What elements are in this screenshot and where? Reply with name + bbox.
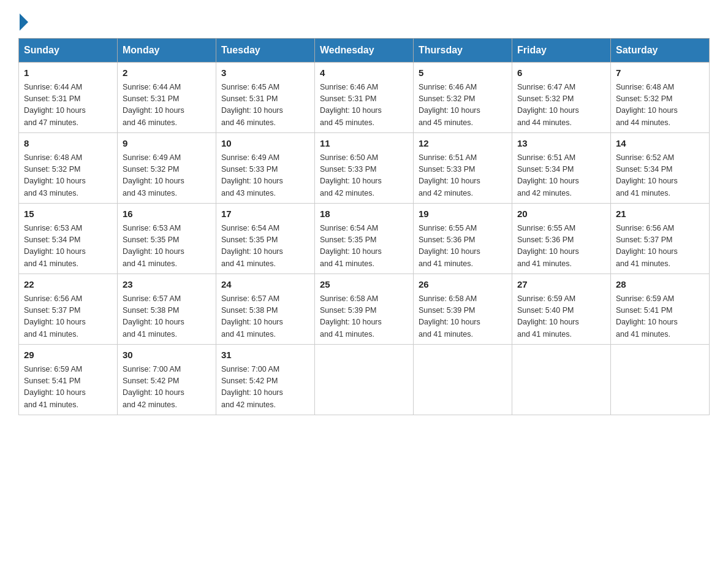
logo-triangle-icon xyxy=(20,13,28,31)
day-info: Sunrise: 6:52 AMSunset: 5:34 PMDaylight:… xyxy=(616,153,678,197)
day-number: 17 xyxy=(221,207,309,221)
calendar-cell: 13Sunrise: 6:51 AMSunset: 5:34 PMDayligh… xyxy=(512,133,611,204)
calendar-cell: 4Sunrise: 6:46 AMSunset: 5:31 PMDaylight… xyxy=(315,63,414,133)
day-number: 25 xyxy=(320,278,408,292)
day-info: Sunrise: 6:54 AMSunset: 5:35 PMDaylight:… xyxy=(221,224,283,268)
calendar-cell: 24Sunrise: 6:57 AMSunset: 5:38 PMDayligh… xyxy=(216,274,315,345)
day-number: 12 xyxy=(419,137,507,151)
day-number: 30 xyxy=(123,348,211,362)
day-info: Sunrise: 6:51 AMSunset: 5:34 PMDaylight:… xyxy=(517,153,579,197)
calendar-cell: 18Sunrise: 6:54 AMSunset: 5:35 PMDayligh… xyxy=(315,204,414,274)
day-info: Sunrise: 6:57 AMSunset: 5:38 PMDaylight:… xyxy=(123,294,184,339)
day-info: Sunrise: 6:47 AMSunset: 5:32 PMDaylight:… xyxy=(517,83,579,127)
calendar-cell: 25Sunrise: 6:58 AMSunset: 5:39 PMDayligh… xyxy=(315,274,414,345)
day-number: 13 xyxy=(517,137,605,151)
header-thursday: Thursday xyxy=(414,39,512,63)
header-monday: Monday xyxy=(118,39,216,63)
day-info: Sunrise: 6:55 AMSunset: 5:36 PMDaylight:… xyxy=(419,224,480,268)
day-number: 29 xyxy=(24,348,112,362)
day-number: 8 xyxy=(24,137,112,151)
day-number: 3 xyxy=(221,66,309,80)
day-number: 19 xyxy=(419,207,507,221)
calendar-cell: 9Sunrise: 6:49 AMSunset: 5:32 PMDaylight… xyxy=(118,133,216,204)
calendar-cell: 28Sunrise: 6:59 AMSunset: 5:41 PMDayligh… xyxy=(611,274,710,345)
calendar-header-row: SundayMondayTuesdayWednesdayThursdayFrid… xyxy=(19,39,710,63)
calendar-cell: 29Sunrise: 6:59 AMSunset: 5:41 PMDayligh… xyxy=(19,345,118,415)
day-number: 6 xyxy=(517,66,605,80)
day-number: 21 xyxy=(616,207,704,221)
day-number: 4 xyxy=(320,66,408,80)
day-info: Sunrise: 6:53 AMSunset: 5:34 PMDaylight:… xyxy=(24,224,86,268)
calendar-cell: 17Sunrise: 6:54 AMSunset: 5:35 PMDayligh… xyxy=(216,204,315,274)
day-number: 11 xyxy=(320,137,408,151)
day-info: Sunrise: 6:48 AMSunset: 5:32 PMDaylight:… xyxy=(24,153,86,197)
week-row-5: 29Sunrise: 6:59 AMSunset: 5:41 PMDayligh… xyxy=(19,345,710,415)
calendar-cell: 27Sunrise: 6:59 AMSunset: 5:40 PMDayligh… xyxy=(512,274,611,345)
calendar-cell: 23Sunrise: 6:57 AMSunset: 5:38 PMDayligh… xyxy=(118,274,216,345)
calendar-cell xyxy=(611,345,710,415)
day-info: Sunrise: 6:51 AMSunset: 5:33 PMDaylight:… xyxy=(419,153,480,197)
day-number: 31 xyxy=(221,348,309,362)
calendar-cell xyxy=(414,345,512,415)
calendar-cell: 16Sunrise: 6:53 AMSunset: 5:35 PMDayligh… xyxy=(118,204,216,274)
day-number: 16 xyxy=(123,207,211,221)
day-info: Sunrise: 6:44 AMSunset: 5:31 PMDaylight:… xyxy=(24,83,86,127)
day-number: 9 xyxy=(123,137,211,151)
day-number: 7 xyxy=(616,66,704,80)
calendar-cell: 12Sunrise: 6:51 AMSunset: 5:33 PMDayligh… xyxy=(414,133,512,204)
day-number: 27 xyxy=(517,278,605,292)
day-info: Sunrise: 7:00 AMSunset: 5:42 PMDaylight:… xyxy=(221,365,283,409)
day-number: 5 xyxy=(419,66,507,80)
header xyxy=(18,12,710,28)
day-number: 15 xyxy=(24,207,112,221)
calendar-cell: 6Sunrise: 6:47 AMSunset: 5:32 PMDaylight… xyxy=(512,63,611,133)
day-info: Sunrise: 6:45 AMSunset: 5:31 PMDaylight:… xyxy=(221,83,283,127)
header-sunday: Sunday xyxy=(19,39,118,63)
day-info: Sunrise: 6:59 AMSunset: 5:40 PMDaylight:… xyxy=(517,294,579,339)
calendar-cell: 7Sunrise: 6:48 AMSunset: 5:32 PMDaylight… xyxy=(611,63,710,133)
week-row-2: 8Sunrise: 6:48 AMSunset: 5:32 PMDaylight… xyxy=(19,133,710,204)
calendar-cell: 3Sunrise: 6:45 AMSunset: 5:31 PMDaylight… xyxy=(216,63,315,133)
calendar-cell: 30Sunrise: 7:00 AMSunset: 5:42 PMDayligh… xyxy=(118,345,216,415)
calendar-table: SundayMondayTuesdayWednesdayThursdayFrid… xyxy=(18,38,710,415)
calendar-cell xyxy=(512,345,611,415)
logo xyxy=(18,12,28,28)
header-saturday: Saturday xyxy=(611,39,710,63)
calendar-cell: 5Sunrise: 6:46 AMSunset: 5:32 PMDaylight… xyxy=(414,63,512,133)
day-info: Sunrise: 6:55 AMSunset: 5:36 PMDaylight:… xyxy=(517,224,579,268)
calendar-cell xyxy=(315,345,414,415)
day-number: 28 xyxy=(616,278,704,292)
day-number: 23 xyxy=(123,278,211,292)
calendar-cell: 22Sunrise: 6:56 AMSunset: 5:37 PMDayligh… xyxy=(19,274,118,345)
day-number: 20 xyxy=(517,207,605,221)
day-info: Sunrise: 6:44 AMSunset: 5:31 PMDaylight:… xyxy=(123,83,184,127)
header-tuesday: Tuesday xyxy=(216,39,315,63)
calendar-cell: 20Sunrise: 6:55 AMSunset: 5:36 PMDayligh… xyxy=(512,204,611,274)
header-wednesday: Wednesday xyxy=(315,39,414,63)
day-number: 22 xyxy=(24,278,112,292)
day-info: Sunrise: 6:57 AMSunset: 5:38 PMDaylight:… xyxy=(221,294,283,339)
day-info: Sunrise: 7:00 AMSunset: 5:42 PMDaylight:… xyxy=(123,365,184,409)
week-row-4: 22Sunrise: 6:56 AMSunset: 5:37 PMDayligh… xyxy=(19,274,710,345)
calendar-cell: 14Sunrise: 6:52 AMSunset: 5:34 PMDayligh… xyxy=(611,133,710,204)
calendar-cell: 10Sunrise: 6:49 AMSunset: 5:33 PMDayligh… xyxy=(216,133,315,204)
day-info: Sunrise: 6:46 AMSunset: 5:31 PMDaylight:… xyxy=(320,83,382,127)
calendar-cell: 11Sunrise: 6:50 AMSunset: 5:33 PMDayligh… xyxy=(315,133,414,204)
day-info: Sunrise: 6:58 AMSunset: 5:39 PMDaylight:… xyxy=(419,294,480,339)
day-info: Sunrise: 6:53 AMSunset: 5:35 PMDaylight:… xyxy=(123,224,184,268)
day-info: Sunrise: 6:54 AMSunset: 5:35 PMDaylight:… xyxy=(320,224,382,268)
day-info: Sunrise: 6:46 AMSunset: 5:32 PMDaylight:… xyxy=(419,83,480,127)
calendar-cell: 8Sunrise: 6:48 AMSunset: 5:32 PMDaylight… xyxy=(19,133,118,204)
day-info: Sunrise: 6:56 AMSunset: 5:37 PMDaylight:… xyxy=(616,224,678,268)
calendar-cell: 26Sunrise: 6:58 AMSunset: 5:39 PMDayligh… xyxy=(414,274,512,345)
day-info: Sunrise: 6:49 AMSunset: 5:32 PMDaylight:… xyxy=(123,153,184,197)
day-number: 10 xyxy=(221,137,309,151)
day-number: 2 xyxy=(123,66,211,80)
calendar-cell: 15Sunrise: 6:53 AMSunset: 5:34 PMDayligh… xyxy=(19,204,118,274)
week-row-3: 15Sunrise: 6:53 AMSunset: 5:34 PMDayligh… xyxy=(19,204,710,274)
calendar-cell: 21Sunrise: 6:56 AMSunset: 5:37 PMDayligh… xyxy=(611,204,710,274)
day-info: Sunrise: 6:58 AMSunset: 5:39 PMDaylight:… xyxy=(320,294,382,339)
calendar-cell: 2Sunrise: 6:44 AMSunset: 5:31 PMDaylight… xyxy=(118,63,216,133)
calendar-cell: 19Sunrise: 6:55 AMSunset: 5:36 PMDayligh… xyxy=(414,204,512,274)
week-row-1: 1Sunrise: 6:44 AMSunset: 5:31 PMDaylight… xyxy=(19,63,710,133)
